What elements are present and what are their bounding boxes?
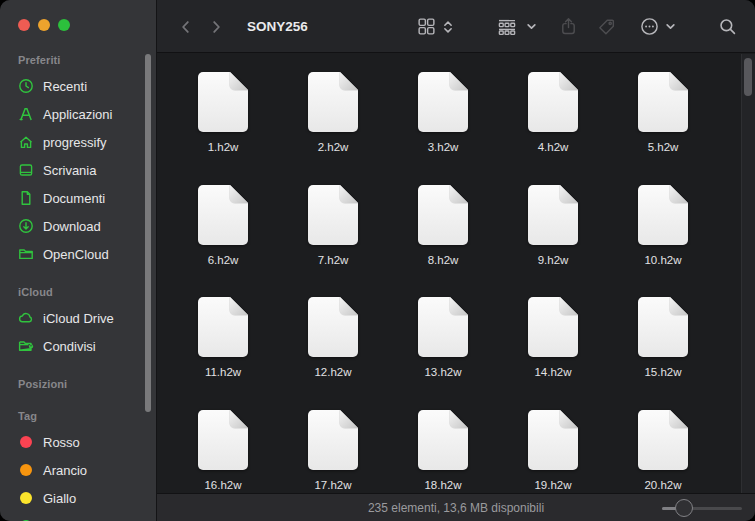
file-name: 1.h2w: [205, 140, 242, 154]
close-button[interactable]: [18, 19, 30, 31]
document-file-icon: [198, 185, 248, 245]
sidebar-item-giallo[interactable]: Giallo: [0, 484, 156, 512]
file-item[interactable]: 1.h2w: [168, 72, 278, 185]
file-item[interactable]: 18.h2w: [388, 410, 498, 494]
document-file-icon: [528, 72, 578, 132]
sidebar-item-recenti[interactable]: Recenti: [0, 72, 156, 100]
file-item[interactable]: 20.h2w: [608, 410, 718, 494]
sidebar-item-arancio[interactable]: Arancio: [0, 456, 156, 484]
folder-icon: [18, 246, 34, 262]
file-item[interactable]: 6.h2w: [168, 185, 278, 298]
file-name: 3.h2w: [425, 140, 462, 154]
scrollbar-thumb[interactable]: [744, 58, 752, 96]
sidebar-section-posizioni: Posizioni: [0, 376, 156, 392]
file-item[interactable]: 17.h2w: [278, 410, 388, 494]
download-icon: [18, 218, 34, 234]
document-file-icon: [418, 297, 468, 357]
sidebar-item-download[interactable]: Download: [0, 212, 156, 240]
applications-icon: [18, 106, 34, 122]
file-name: 7.h2w: [315, 253, 352, 267]
group-by-chevron-icon[interactable]: [524, 0, 538, 53]
sidebar-item-verde[interactable]: Verde: [0, 512, 156, 521]
forward-button[interactable]: [206, 0, 226, 53]
more-options-icon[interactable]: [639, 0, 659, 53]
sidebar-section-header: Tag: [0, 408, 156, 424]
document-file-icon: [638, 185, 688, 245]
sidebar-section-header: iCloud: [0, 284, 156, 300]
file-item[interactable]: 4.h2w: [498, 72, 608, 185]
sidebar-item-label: Download: [43, 219, 101, 234]
sidebar-item-label: Documenti: [43, 191, 105, 206]
file-name: 5.h2w: [645, 140, 682, 154]
file-item[interactable]: 11.h2w: [168, 297, 278, 410]
sidebar-item-applicazioni[interactable]: Applicazioni: [0, 100, 156, 128]
document-file-icon: [418, 185, 468, 245]
sidebar-item-opencloud[interactable]: OpenCloud: [0, 240, 156, 268]
file-item[interactable]: 10.h2w: [608, 185, 718, 298]
sidebar-section-icloud: iCloud iCloud Drive Condivisi: [0, 284, 156, 360]
sidebar-item-documenti[interactable]: Documenti: [0, 184, 156, 212]
file-item[interactable]: 2.h2w: [278, 72, 388, 185]
file-item[interactable]: 15.h2w: [608, 297, 718, 410]
tag-icon[interactable]: [596, 0, 616, 53]
file-item[interactable]: 5.h2w: [608, 72, 718, 185]
file-name: 10.h2w: [641, 253, 684, 267]
more-options-chevron-icon[interactable]: [663, 0, 677, 53]
file-item[interactable]: 16.h2w: [168, 410, 278, 494]
sidebar-item-label: iCloud Drive: [43, 311, 114, 326]
file-item[interactable]: 3.h2w: [388, 72, 498, 185]
document-file-icon: [308, 185, 358, 245]
sidebar-item-label: Recenti: [43, 79, 87, 94]
share-icon[interactable]: [558, 0, 578, 53]
sidebar-item-rosso[interactable]: Rosso: [0, 428, 156, 456]
sidebar-section-preferiti: Preferiti Recenti Applicazioni progressi…: [0, 52, 156, 268]
document-file-icon: [418, 72, 468, 132]
file-item[interactable]: 7.h2w: [278, 185, 388, 298]
sidebar-item-scrivania[interactable]: Scrivania: [0, 156, 156, 184]
file-item[interactable]: 13.h2w: [388, 297, 498, 410]
file-item[interactable]: 9.h2w: [498, 185, 608, 298]
sidebar-item-label: Applicazioni: [43, 107, 112, 122]
icon-size-slider[interactable]: [662, 494, 742, 521]
scrollbar-track[interactable]: [741, 54, 755, 493]
file-name: 4.h2w: [535, 140, 572, 154]
sidebar-item-icloud-drive[interactable]: iCloud Drive: [0, 304, 156, 332]
file-name: 18.h2w: [421, 478, 464, 492]
document-file-icon: [528, 185, 578, 245]
file-name: 15.h2w: [641, 365, 684, 379]
minimize-button[interactable]: [38, 19, 50, 31]
document-file-icon: [638, 72, 688, 132]
file-name: 11.h2w: [202, 365, 244, 379]
home-icon: [18, 134, 34, 150]
tag-dot-icon: [18, 490, 34, 506]
document-file-icon: [308, 410, 358, 470]
file-name: 2.h2w: [315, 140, 352, 154]
file-name: 16.h2w: [201, 478, 244, 492]
search-icon[interactable]: [717, 0, 737, 53]
document-file-icon: [638, 297, 688, 357]
file-item[interactable]: 19.h2w: [498, 410, 608, 494]
window-title: SONY256: [247, 0, 308, 53]
sidebar-item-label: Condivisi: [43, 339, 96, 354]
toolbar: SONY256: [157, 0, 755, 53]
sidebar-item-condivisi[interactable]: Condivisi: [0, 332, 156, 360]
file-item[interactable]: 8.h2w: [388, 185, 498, 298]
group-by-icon[interactable]: [496, 0, 518, 53]
file-item[interactable]: 12.h2w: [278, 297, 388, 410]
file-grid: 1.h2w 2.h2w 3.h2w 4.h2w 5.h2w 6.h2w 7.h2…: [158, 54, 755, 493]
slider-knob[interactable]: [675, 499, 693, 517]
document-file-icon: [528, 297, 578, 357]
document-file-icon: [198, 72, 248, 132]
grid-view-icon[interactable]: [416, 0, 436, 53]
shared-folder-icon: [18, 338, 34, 354]
sidebar-item-label: progressify: [43, 135, 107, 150]
back-button[interactable]: [176, 0, 196, 53]
file-item[interactable]: 14.h2w: [498, 297, 608, 410]
view-mode-chevrons-icon[interactable]: [440, 0, 456, 53]
file-name: 8.h2w: [425, 253, 462, 267]
cloud-icon: [18, 310, 34, 326]
sidebar-scrollbar[interactable]: [145, 54, 151, 412]
tag-dot-icon: [18, 434, 34, 450]
zoom-button[interactable]: [58, 19, 70, 31]
sidebar-item-progressify[interactable]: progressify: [0, 128, 156, 156]
